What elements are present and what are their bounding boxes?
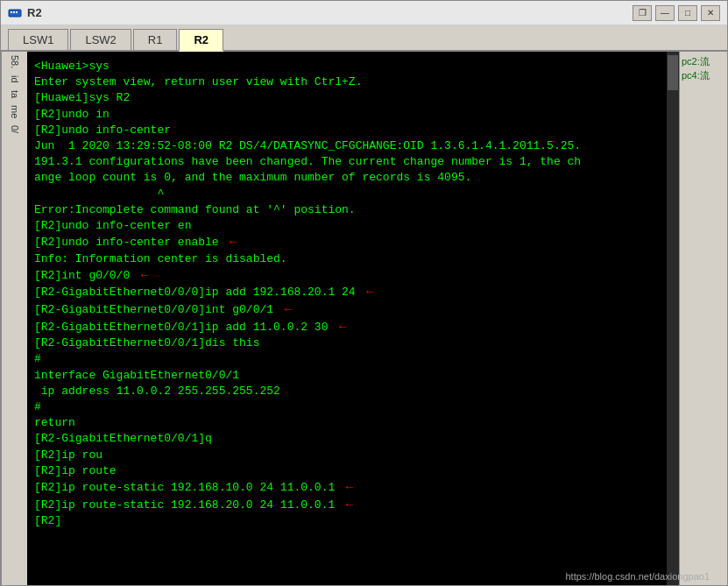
terminal-line: [R2-GigabitEthernet0/0/1]dis this xyxy=(34,335,672,351)
terminal-line: [R2]undo in xyxy=(34,107,672,123)
content-area: 58. id ta me 0/ <Huawei>sysEnter system … xyxy=(1,52,727,585)
terminal-line: Jun 1 2020 13:29:52-08:00 R2 DS/4/DATASY… xyxy=(34,138,672,154)
left-label3: ta xyxy=(8,87,22,102)
title-controls: ❐ — □ ✕ xyxy=(633,5,720,21)
terminal-line: [R2]undo info-center enable ← xyxy=(34,234,672,251)
tab-bar: LSW1 LSW2 R1 R2 xyxy=(1,25,727,52)
terminal[interactable]: <Huawei>sysEnter system view, return use… xyxy=(27,52,679,585)
terminal-line: Info: Information center is disabled. xyxy=(34,251,672,267)
minimize-button[interactable]: — xyxy=(655,5,675,21)
terminal-line: # xyxy=(34,399,672,415)
main-window: R2 ❐ — □ ✕ LSW1 LSW2 R1 R2 58. id ta me … xyxy=(0,0,728,586)
svg-rect-2 xyxy=(13,11,15,13)
scroll-thumb[interactable] xyxy=(668,55,678,90)
arrow-indicator: ← xyxy=(338,497,353,514)
terminal-line: ange loop count is 0, and the maximum nu… xyxy=(34,170,672,186)
terminal-wrapper: <Huawei>sysEnter system view, return use… xyxy=(27,52,679,585)
svg-rect-3 xyxy=(16,11,18,13)
tab-r1[interactable]: R1 xyxy=(133,29,178,50)
terminal-line: Enter system view, return user view with… xyxy=(34,74,672,90)
arrow-indicator: ← xyxy=(338,479,353,497)
title-bar: R2 ❐ — □ ✕ xyxy=(1,1,727,25)
terminal-line: [R2]ip rou xyxy=(34,448,672,463)
arrow-indicator: ← xyxy=(223,234,237,251)
terminal-line: [R2]ip route xyxy=(34,463,672,479)
tab-lsw1[interactable]: LSW1 xyxy=(8,29,68,50)
terminal-line: 191.3.1 configurations have been changed… xyxy=(34,154,672,170)
restore-button[interactable]: ❐ xyxy=(633,5,652,21)
terminal-line: [R2-GigabitEthernet0/0/1]q xyxy=(34,431,672,447)
maximize-button[interactable]: □ xyxy=(678,5,697,21)
tab-lsw2[interactable]: LSW2 xyxy=(70,29,131,50)
title-bar-left: R2 xyxy=(8,6,42,20)
left-label: 58. xyxy=(8,52,22,72)
terminal-line: [R2-GigabitEthernet0/0/0]int g0/0/1 ← xyxy=(34,301,672,319)
terminal-line: [R2]undo info-center xyxy=(34,123,672,138)
terminal-line: [R2-GigabitEthernet0/0/0]ip add 192.168.… xyxy=(34,284,672,301)
terminal-line: [R2]undo info-center en xyxy=(34,218,672,234)
left-label4: me xyxy=(8,102,22,122)
terminal-line: <Huawei>sys xyxy=(34,59,672,74)
terminal-line: [R2] xyxy=(34,513,672,529)
window-title: R2 xyxy=(27,6,42,19)
terminal-line: Error:Incomplete command found at '^' po… xyxy=(34,202,672,218)
terminal-line: [R2]int g0/0/0 ← xyxy=(34,267,672,285)
terminal-line: [R2]ip route-static 192.168.10.0 24 11.0… xyxy=(34,479,672,497)
watermark: https://blog.csdn.net/daxiongpao1 xyxy=(565,571,710,582)
terminal-line: [Huawei]sys R2 xyxy=(34,90,672,106)
arrow-indicator: ← xyxy=(277,301,292,319)
terminal-line: ip address 11.0.0.2 255.255.255.252 xyxy=(34,384,672,399)
close-button[interactable]: ✕ xyxy=(701,5,720,21)
arrow-indicator: ← xyxy=(331,319,346,336)
arrow-indicator: ← xyxy=(359,284,374,301)
terminal-line: ^ xyxy=(34,187,672,202)
right-panel: pc2:流 pc4:流 xyxy=(679,52,727,585)
right-label-1: pc2:流 xyxy=(682,55,725,67)
svg-rect-1 xyxy=(11,11,12,13)
terminal-line: interface GigabitEthernet0/0/1 xyxy=(34,368,672,384)
left-panel: 58. id ta me 0/ xyxy=(1,52,27,585)
terminal-line: [R2]ip route-static 192.168.20.0 24 11.0… xyxy=(34,497,672,514)
terminal-line: return xyxy=(34,415,672,431)
right-label-2: pc4:流 xyxy=(682,69,725,81)
tab-r2[interactable]: R2 xyxy=(179,29,223,52)
terminal-line: [R2-GigabitEthernet0/0/1]ip add 11.0.0.2… xyxy=(34,319,672,336)
router-icon xyxy=(8,6,22,20)
left-label5: 0/ xyxy=(8,122,22,137)
terminal-line: # xyxy=(34,351,672,367)
left-label2: id xyxy=(8,72,22,87)
scrollbar[interactable] xyxy=(667,52,679,585)
arrow-indicator: ← xyxy=(133,267,148,285)
